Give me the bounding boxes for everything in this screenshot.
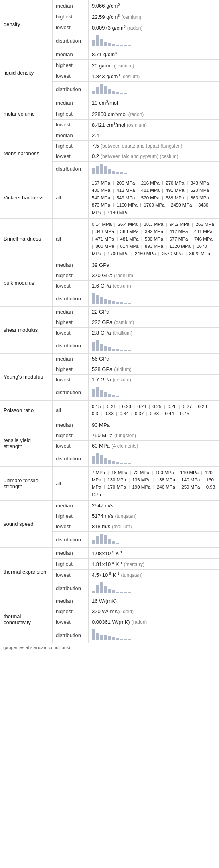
- row-label: all: [53, 466, 89, 501]
- dist-bar: [124, 93, 127, 94]
- dist-bar: [120, 45, 123, 46]
- distribution-chart: [92, 453, 215, 464]
- property-name: liquid density: [0, 49, 53, 97]
- row-value: 222 GPa(osmium): [89, 317, 219, 327]
- dist-bar: [112, 541, 115, 544]
- dist-bar: [120, 592, 123, 593]
- dist-bar: [124, 397, 127, 397]
- row-label: distribution: [53, 627, 89, 643]
- dist-bar: [108, 636, 111, 640]
- row-value: 1.08×10-5 K-1: [89, 548, 219, 558]
- dist-bar: [104, 86, 107, 94]
- row-label: lowest: [53, 521, 89, 532]
- dist-bar: [92, 40, 95, 46]
- secondary-text: (mercury): [124, 562, 144, 567]
- distribution-chart: [92, 35, 215, 47]
- secondary-text: (4 elements): [112, 443, 138, 449]
- dist-bar: [92, 293, 95, 304]
- dist-bar: [100, 297, 103, 304]
- row-value: 0.14 MPa | 26.4 MPa | 38.3 MPa | 94.2 MP…: [89, 218, 219, 260]
- dist-bar: [116, 396, 119, 397]
- row-value: 7.5(between quartz and topaz) (tungsten): [89, 140, 219, 151]
- row-label: median: [53, 97, 89, 108]
- row-value: 7 MPa | 18 MPa | 72 MPa | 100 MPa | 110 …: [89, 466, 219, 501]
- dist-bar: [92, 389, 95, 397]
- dist-bar: [112, 349, 115, 351]
- dist-bar: [100, 84, 103, 94]
- dist-bar: [124, 303, 127, 304]
- dist-bar: [92, 540, 95, 544]
- row-value: 60 MPa(4 elements): [89, 440, 219, 451]
- row-value: 19 cm3/mol: [89, 97, 219, 108]
- property-name: sound speed: [0, 501, 53, 548]
- row-value: 0.15 | 0.21 | 0.23 | 0.24 | 0.25 | 0.26 …: [89, 400, 219, 420]
- dist-bar: [116, 592, 119, 593]
- row-label: highest: [53, 60, 89, 71]
- dist-bar: [128, 639, 131, 640]
- row-value: 2.8 GPa(thallium): [89, 327, 219, 338]
- table-row: sound speedmedian2547 m/s: [0, 501, 219, 511]
- property-name: Brinell hardness: [0, 218, 53, 260]
- table-row: bulk modulusmedian39 GPa: [0, 260, 219, 270]
- value-text: 22 GPa: [92, 309, 110, 315]
- row-label: highest: [53, 430, 89, 440]
- dist-bar: [108, 589, 111, 593]
- distribution-chart: [92, 293, 215, 304]
- row-value: 1.6 GPa(cesium): [89, 280, 219, 291]
- row-value: 5174 m/s(tungsten): [89, 511, 219, 521]
- value-text: 5174 m/s: [92, 513, 113, 519]
- property-name: bulk modulus: [0, 260, 53, 306]
- property-name: thermal conductivity: [0, 596, 53, 643]
- dist-bar: [112, 590, 115, 593]
- dist-bar: [112, 171, 115, 174]
- dist-bar: [104, 458, 107, 464]
- row-value: 528 GPa(iridium): [89, 364, 219, 374]
- dist-bar: [124, 463, 127, 464]
- row-label: median: [53, 596, 89, 606]
- value-text: 0.00973 g/cm3: [92, 25, 126, 31]
- dist-bar: [116, 462, 119, 464]
- value-text: 222 GPa: [92, 319, 112, 325]
- row-value: [89, 580, 219, 596]
- dist-bar: [108, 460, 111, 464]
- dist-bar: [96, 536, 99, 544]
- table-row: Brinell hardnessall0.14 MPa | 26.4 MPa |…: [0, 218, 219, 260]
- value-text: 2.4: [92, 132, 99, 138]
- row-value: 1.843 g/cm3(cesium): [89, 71, 219, 81]
- dist-bar: [100, 164, 103, 174]
- dist-bar: [104, 299, 107, 304]
- row-value: 370 GPa(rhenium): [89, 270, 219, 280]
- row-label: median: [53, 260, 89, 270]
- dist-bar: [124, 639, 127, 640]
- dist-bar: [100, 582, 103, 593]
- dist-bar: [96, 387, 99, 397]
- row-value: 320 W/(mK)(gold): [89, 606, 219, 617]
- row-label: median: [53, 548, 89, 558]
- row-value: 8.421 cm3/mol(osmium): [89, 119, 219, 130]
- row-value: 0.00973 g/cm3(radon): [89, 22, 219, 33]
- row-value: 22.59 g/cm3(osmium): [89, 11, 219, 22]
- row-label: lowest: [53, 374, 89, 385]
- dist-bar: [120, 172, 123, 174]
- value-text: 1.08×10-5 K-1: [92, 550, 122, 556]
- dist-bar: [128, 45, 131, 46]
- value-text: 1.843 g/cm3: [92, 73, 120, 79]
- row-value: [89, 532, 219, 548]
- dist-bar: [116, 638, 119, 640]
- property-name: Mohs hardness: [0, 130, 53, 177]
- dist-bar: [104, 346, 107, 351]
- row-value: 16 W/(mK): [89, 596, 219, 606]
- dist-bar: [112, 637, 115, 640]
- row-label: median: [53, 501, 89, 511]
- row-label: distribution: [53, 532, 89, 548]
- dist-bar: [108, 89, 111, 94]
- dist-bar: [116, 349, 119, 351]
- dist-bar: [112, 301, 115, 304]
- dist-bar: [124, 45, 127, 46]
- row-label: highest: [53, 270, 89, 280]
- dist-bar: [100, 39, 103, 46]
- row-label: distribution: [53, 81, 89, 97]
- row-label: lowest: [53, 327, 89, 338]
- row-label: lowest: [53, 22, 89, 33]
- secondary-text: (osmium): [114, 63, 134, 69]
